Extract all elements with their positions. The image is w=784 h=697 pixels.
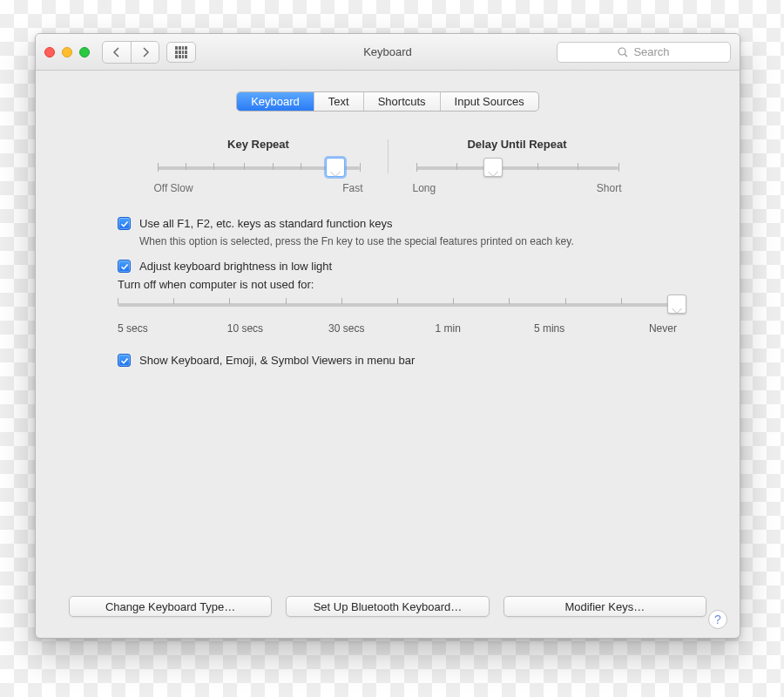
traffic-lights [44, 47, 90, 58]
svg-point-0 [618, 48, 625, 55]
delay-labels: Long Short [413, 182, 622, 194]
options-area: Use all F1, F2, etc. keys as standard fu… [118, 217, 698, 372]
chevron-left-icon [112, 47, 121, 58]
change-keyboard-type-button[interactable]: Change Keyboard Type… [69, 596, 272, 617]
bottom-buttons: Change Keyboard Type… Set Up Bluetooth K… [69, 596, 706, 624]
slider-row: Key Repeat Off Slow Fast Delay Until Rep… [69, 138, 706, 194]
content-area: Keyboard Text Shortcuts Input Sources Ke… [36, 71, 740, 638]
turnoff-tick-2: 30 secs [321, 322, 373, 335]
grid-icon [175, 46, 187, 58]
zoom-icon[interactable] [79, 47, 90, 58]
option-viewers-label: Show Keyboard, Emoji, & Symbol Viewers i… [139, 354, 415, 367]
turnoff-tick-5: Never [625, 322, 677, 335]
turnoff-ticks [118, 300, 677, 310]
tab-text[interactable]: Text [314, 92, 363, 111]
setup-bluetooth-button[interactable]: Set Up Bluetooth Keyboard… [286, 596, 489, 617]
forward-button[interactable] [131, 42, 159, 63]
delay-slider[interactable] [416, 166, 618, 170]
option-fn-keys-label: Use all F1, F2, etc. keys as standard fu… [139, 217, 392, 230]
delay-ticks [416, 163, 618, 173]
check-icon [120, 262, 129, 271]
slider-divider [388, 139, 389, 173]
key-repeat-labels: Off Slow Fast [154, 182, 363, 194]
delay-right-label: Short [597, 182, 622, 194]
check-icon [120, 356, 129, 365]
option-viewers[interactable]: Show Keyboard, Emoji, & Symbol Viewers i… [118, 354, 698, 367]
checkbox-brightness[interactable] [118, 260, 131, 273]
tab-keyboard[interactable]: Keyboard [237, 92, 314, 111]
help-icon: ? [714, 612, 721, 626]
back-button[interactable] [103, 42, 131, 63]
option-brightness[interactable]: Adjust keyboard brightness in low light [118, 260, 698, 273]
close-icon[interactable] [44, 47, 55, 58]
titlebar: Keyboard Search [36, 34, 740, 71]
key-repeat-left-label: Off Slow [154, 182, 193, 194]
checkbox-viewers[interactable] [118, 354, 131, 367]
tab-shortcuts[interactable]: Shortcuts [363, 92, 440, 111]
delay-group: Delay Until Repeat Long Short [413, 138, 622, 194]
delay-left-label: Long [413, 182, 436, 194]
option-fn-keys[interactable]: Use all F1, F2, etc. keys as standard fu… [118, 217, 698, 230]
delay-thumb[interactable] [483, 158, 503, 177]
key-repeat-right-label: Fast [342, 182, 362, 194]
turnoff-slider[interactable] [118, 303, 677, 307]
chevron-right-icon [141, 47, 150, 58]
modifier-keys-button[interactable]: Modifier Keys… [504, 596, 706, 617]
turnoff-slider-group: 5 secs 10 secs 30 secs 1 min 5 mins Neve… [118, 303, 677, 335]
minimize-icon[interactable] [62, 47, 72, 58]
turnoff-tick-labels: 5 secs 10 secs 30 secs 1 min 5 mins Neve… [118, 322, 677, 335]
nav-back-forward [102, 41, 159, 64]
search-placeholder: Search [633, 45, 669, 58]
key-repeat-thumb[interactable] [326, 158, 345, 177]
preferences-window: Keyboard Search Keyboard Text Shortcuts … [35, 33, 740, 639]
option-brightness-label: Adjust keyboard brightness in low light [139, 260, 332, 273]
turnoff-tick-0: 5 secs [118, 322, 170, 335]
turnoff-tick-4: 5 mins [524, 322, 576, 335]
search-input[interactable]: Search [557, 42, 731, 63]
help-button[interactable]: ? [708, 610, 727, 629]
option-fn-keys-hint: When this option is selected, press the … [139, 235, 592, 247]
key-repeat-title: Key Repeat [154, 138, 363, 151]
tab-input-sources[interactable]: Input Sources [440, 92, 538, 111]
turnoff-label: Turn off when computer is not used for: [118, 278, 698, 291]
show-all-button[interactable] [166, 42, 196, 63]
tab-bar: Keyboard Text Shortcuts Input Sources [236, 91, 539, 112]
turnoff-tick-3: 1 min [422, 322, 474, 335]
key-repeat-group: Key Repeat Off Slow Fast [154, 138, 363, 194]
turnoff-thumb[interactable] [667, 294, 686, 314]
search-icon [618, 47, 628, 58]
checkbox-fn-keys[interactable] [118, 217, 131, 230]
key-repeat-slider[interactable] [158, 166, 360, 170]
delay-title: Delay Until Repeat [413, 138, 622, 151]
check-icon [120, 220, 129, 228]
turnoff-tick-1: 10 secs [219, 322, 271, 335]
